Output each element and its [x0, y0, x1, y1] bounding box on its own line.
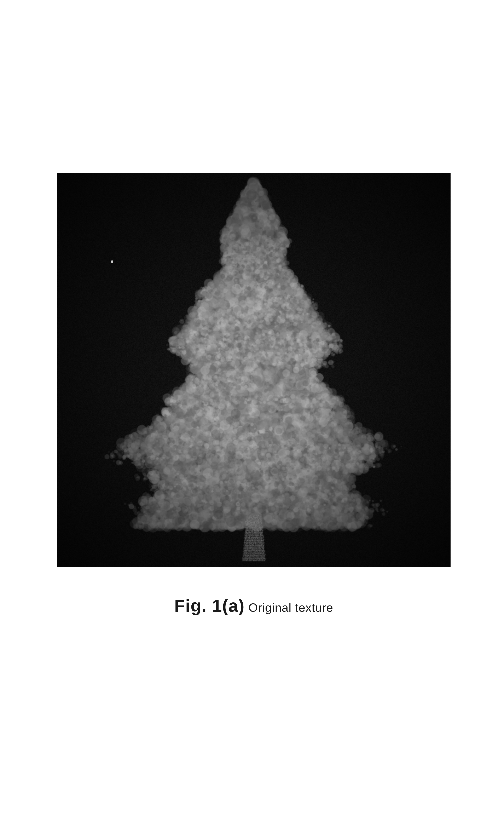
figure-caption: Fig. 1(a) Original texture: [57, 596, 451, 616]
figure-image: [57, 173, 451, 567]
figure-label: Fig. 1(a): [174, 596, 245, 615]
tree-texture-image: [57, 173, 451, 567]
figure-description: Original texture: [248, 601, 333, 614]
figure-container: Fig. 1(a) Original texture: [57, 173, 451, 616]
